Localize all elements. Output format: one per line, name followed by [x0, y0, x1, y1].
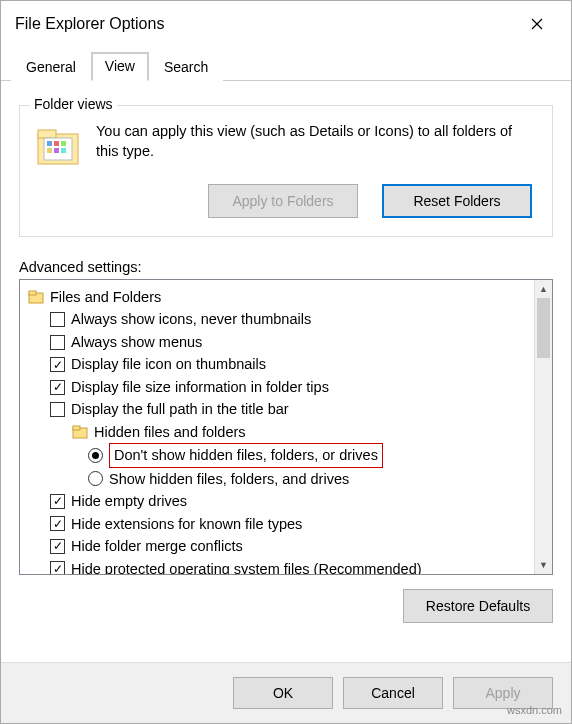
scrollbar[interactable]: ▲ ▼ — [534, 280, 552, 574]
cancel-button[interactable]: Cancel — [343, 677, 443, 709]
checkbox-icon[interactable] — [50, 494, 65, 509]
folder-icon — [72, 424, 88, 440]
checkbox-icon[interactable] — [50, 335, 65, 350]
svg-rect-10 — [61, 148, 66, 153]
close-button[interactable] — [517, 9, 557, 39]
close-icon — [531, 18, 543, 30]
checkbox-icon[interactable] — [50, 539, 65, 554]
tree-subgroup-label: Hidden files and folders — [94, 421, 246, 443]
folder-views-description: You can apply this view (such as Details… — [96, 122, 538, 161]
tree-item[interactable]: Hide folder merge conflicts — [22, 535, 532, 557]
tab-strip: General View Search — [1, 51, 571, 81]
dialog-window: File Explorer Options General View Searc… — [0, 0, 572, 724]
checkbox-icon[interactable] — [50, 402, 65, 417]
folder-views-group: Folder views You can apply this view (su… — [19, 105, 553, 237]
window-title: File Explorer Options — [15, 15, 164, 33]
highlighted-option: Don't show hidden files, folders, or dri… — [109, 443, 383, 467]
svg-rect-14 — [73, 426, 80, 430]
tree-item[interactable]: Display file icon on thumbnails — [22, 353, 532, 375]
watermark: wsxdn.com — [507, 704, 562, 716]
titlebar: File Explorer Options — [1, 1, 571, 47]
reset-folders-button[interactable]: Reset Folders — [382, 184, 532, 218]
svg-rect-12 — [29, 291, 36, 295]
svg-rect-6 — [54, 141, 59, 146]
restore-defaults-button[interactable]: Restore Defaults — [403, 589, 553, 623]
tab-view[interactable]: View — [91, 52, 149, 81]
scroll-thumb[interactable] — [537, 298, 550, 358]
tab-general[interactable]: General — [11, 52, 91, 81]
advanced-settings-label: Advanced settings: — [19, 259, 553, 275]
tree-item[interactable]: Hide empty drives — [22, 490, 532, 512]
tree-subgroup[interactable]: Hidden files and folders — [22, 421, 532, 443]
scroll-down-button[interactable]: ▼ — [535, 556, 552, 574]
tree-item[interactable]: Hide extensions for known file types — [22, 513, 532, 535]
svg-rect-8 — [47, 148, 52, 153]
checkbox-icon[interactable] — [50, 312, 65, 327]
tree-item[interactable]: Hide protected operating system files (R… — [22, 558, 532, 574]
tree-item[interactable]: Display the full path in the title bar — [22, 398, 532, 420]
svg-rect-7 — [61, 141, 66, 146]
checkbox-icon[interactable] — [50, 516, 65, 531]
tree-item[interactable]: Always show menus — [22, 331, 532, 353]
radio-icon[interactable] — [88, 471, 103, 486]
radio-icon[interactable] — [88, 448, 103, 463]
tree-root-label: Files and Folders — [50, 286, 161, 308]
folder-icon — [34, 122, 82, 170]
advanced-settings-tree[interactable]: Files and Folders Always show icons, nev… — [19, 279, 553, 575]
dialog-buttons: OK Cancel Apply — [1, 662, 571, 723]
svg-rect-5 — [47, 141, 52, 146]
ok-button[interactable]: OK — [233, 677, 333, 709]
tab-content: Folder views You can apply this view (su… — [1, 81, 571, 662]
checkbox-icon[interactable] — [50, 357, 65, 372]
tree-radio-item[interactable]: Don't show hidden files, folders, or dri… — [22, 443, 532, 467]
apply-to-folders-button: Apply to Folders — [208, 184, 358, 218]
tree-item[interactable]: Always show icons, never thumbnails — [22, 308, 532, 330]
checkbox-icon[interactable] — [50, 561, 65, 574]
checkbox-icon[interactable] — [50, 380, 65, 395]
tree-root[interactable]: Files and Folders — [22, 286, 532, 308]
scroll-track[interactable] — [535, 298, 552, 556]
tab-search[interactable]: Search — [149, 52, 223, 81]
svg-rect-9 — [54, 148, 59, 153]
tree-radio-item[interactable]: Show hidden files, folders, and drives — [22, 468, 532, 490]
folder-views-label: Folder views — [30, 96, 117, 112]
tree-list: Files and Folders Always show icons, nev… — [20, 280, 534, 574]
scroll-up-button[interactable]: ▲ — [535, 280, 552, 298]
tree-item[interactable]: Display file size information in folder … — [22, 376, 532, 398]
svg-rect-3 — [38, 130, 56, 138]
folder-icon — [28, 289, 44, 305]
